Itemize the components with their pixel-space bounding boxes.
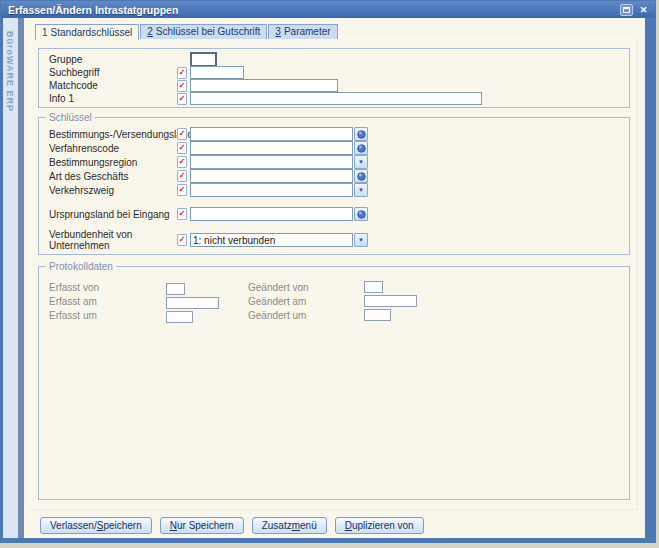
field-row: Matchcode ✓ bbox=[49, 79, 629, 92]
brand-vertical-label: BüroWARE ERP bbox=[5, 31, 15, 112]
bestimmungsland-input[interactable] bbox=[190, 127, 353, 141]
field-note-check-icon[interactable]: ✓ bbox=[177, 67, 187, 79]
brand-strip: BüroWARE ERP bbox=[3, 18, 18, 538]
protokolldaten-legend: Protokolldaten bbox=[46, 261, 116, 272]
erfasst-um-input[interactable] bbox=[166, 311, 193, 323]
tab-bar: 1Standardschlüssel 2Schlüssel bei Gutsch… bbox=[35, 24, 339, 39]
verbundenheit-select[interactable] bbox=[190, 233, 353, 247]
verbundenheit-label: Verbundenheit von Unternehmen bbox=[49, 229, 177, 251]
dialog-window: Erfassen/Ändern Intrastatgruppen ✕ BüroW… bbox=[0, 0, 656, 543]
schluessel-legend: Schlüssel bbox=[46, 112, 95, 123]
field-row: Bestimmungs-/Versendungsland ✓ bbox=[49, 127, 629, 141]
field-note-check-icon[interactable]: ✓ bbox=[177, 184, 187, 196]
field-note-check-icon[interactable]: ✓ bbox=[177, 170, 187, 182]
geaendert-um-label: Geändert um bbox=[248, 310, 364, 321]
field-row: Gruppe bbox=[49, 53, 629, 66]
art-des-geschaefts-lookup-button[interactable] bbox=[354, 169, 368, 183]
field-row: Info 1 ✓ bbox=[49, 92, 629, 105]
field-row: Verbundenheit von Unternehmen ✓ ▼ bbox=[49, 233, 629, 247]
schluessel-groupbox: Schlüssel Bestimmungs-/Versendungsland ✓… bbox=[38, 117, 630, 255]
suchbegriff-label: Suchbegriff bbox=[49, 67, 177, 78]
erfasst-um-label: Erfasst um bbox=[49, 310, 166, 321]
matchcode-input[interactable] bbox=[190, 79, 338, 92]
verbundenheit-dropdown-button[interactable]: ▼ bbox=[354, 233, 368, 247]
stammdaten-groupbox: Gruppe Suchbegriff ✓ Matchcode ✓ bbox=[38, 48, 630, 108]
lookup-globe-icon bbox=[357, 210, 366, 219]
field-note-check-icon[interactable]: ✓ bbox=[177, 142, 187, 154]
ursprungsland-input[interactable] bbox=[190, 207, 353, 221]
gruppe-input[interactable] bbox=[190, 52, 217, 67]
geaendert-um-input[interactable] bbox=[364, 309, 391, 321]
ursprungsland-label: Ursprungsland bei Eingang bbox=[49, 209, 177, 220]
tab-page: Gruppe Suchbegriff ✓ Matchcode ✓ bbox=[30, 38, 638, 510]
geaendert-von-label: Geändert von bbox=[248, 282, 364, 293]
ursprungsland-lookup-button[interactable] bbox=[354, 207, 368, 221]
verkehrszweig-input[interactable] bbox=[190, 183, 353, 197]
duplizieren-von-button[interactable]: Duplizieren von bbox=[335, 517, 424, 534]
field-row: Bestimmungsregion ✓ ▼ bbox=[49, 155, 629, 169]
info1-label: Info 1 bbox=[49, 93, 177, 104]
field-note-check-icon[interactable]: ✓ bbox=[177, 93, 187, 105]
close-icon: ✕ bbox=[640, 5, 648, 15]
matchcode-label: Matchcode bbox=[49, 80, 177, 91]
field-row: Verkehrszweig ✓ ▼ bbox=[49, 183, 629, 197]
field-note-check-icon[interactable]: ✓ bbox=[177, 128, 187, 140]
bestimmungsland-lookup-button[interactable] bbox=[354, 127, 368, 141]
action-button-row: Verlassen/Speichern Nur Speichern Zusatz… bbox=[40, 517, 424, 534]
field-row: Verfahrenscode ✓ bbox=[49, 141, 629, 155]
window-title: Erfassen/Ändern Intrastatgruppen bbox=[8, 4, 616, 16]
verfahrenscode-label: Verfahrenscode bbox=[49, 143, 177, 154]
field-row: Art des Geschäfts ✓ bbox=[49, 169, 629, 183]
zusatzmenue-button[interactable]: Zusatzmenü bbox=[252, 517, 327, 534]
bestimmungsregion-input[interactable] bbox=[190, 155, 353, 169]
verkehrszweig-dropdown-button[interactable]: ▼ bbox=[354, 183, 368, 197]
lookup-globe-icon bbox=[357, 144, 366, 153]
chevron-down-icon: ▼ bbox=[358, 159, 364, 165]
field-note-check-icon[interactable]: ✓ bbox=[177, 234, 187, 246]
field-note-check-icon[interactable]: ✓ bbox=[177, 208, 187, 220]
geaendert-von-input[interactable] bbox=[364, 281, 383, 293]
field-row: Suchbegriff ✓ bbox=[49, 66, 629, 79]
info1-input[interactable] bbox=[190, 92, 482, 105]
field-row: Ursprungsland bei Eingang ✓ bbox=[49, 207, 629, 221]
field-row: Erfasst von Geändert von bbox=[49, 280, 629, 294]
field-row: Erfasst am Geändert am bbox=[49, 294, 629, 308]
erfasst-am-label: Erfasst am bbox=[49, 296, 166, 307]
gruppe-label: Gruppe bbox=[49, 54, 177, 65]
chevron-down-icon: ▼ bbox=[358, 237, 364, 243]
art-des-geschaefts-input[interactable] bbox=[190, 169, 353, 183]
verlassen-speichern-button[interactable]: Verlassen/Speichern bbox=[40, 517, 152, 534]
window-restore-button[interactable] bbox=[620, 4, 633, 16]
tab-schluessel-bei-gutschrift[interactable]: 2Schlüssel bei Gutschrift bbox=[140, 24, 267, 39]
erfasst-von-label: Erfasst von bbox=[49, 282, 166, 293]
verfahrenscode-input[interactable] bbox=[190, 141, 353, 155]
nur-speichern-button[interactable]: Nur Speichern bbox=[160, 517, 244, 534]
field-note-check-icon[interactable]: ✓ bbox=[177, 156, 187, 168]
restore-icon bbox=[623, 7, 630, 13]
geaendert-am-input[interactable] bbox=[364, 295, 417, 307]
desktop-background: Erfassen/Ändern Intrastatgruppen ✕ BüroW… bbox=[0, 0, 659, 548]
suchbegriff-input[interactable] bbox=[190, 66, 244, 79]
dialog-content: 1Standardschlüssel 2Schlüssel bei Gutsch… bbox=[24, 18, 645, 538]
protokolldaten-groupbox: Protokolldaten Erfasst von Geändert von … bbox=[38, 266, 630, 500]
geaendert-am-label: Geändert am bbox=[248, 296, 364, 307]
verfahrenscode-lookup-button[interactable] bbox=[354, 141, 368, 155]
tab-parameter[interactable]: 3Parameter bbox=[268, 24, 337, 39]
title-bar: Erfassen/Ändern Intrastatgruppen ✕ bbox=[1, 1, 655, 18]
art-des-geschaefts-label: Art des Geschäfts bbox=[49, 171, 177, 182]
field-note-check-icon[interactable]: ✓ bbox=[177, 80, 187, 92]
verkehrszweig-label: Verkehrszweig bbox=[49, 185, 177, 196]
bestimmungsregion-dropdown-button[interactable]: ▼ bbox=[354, 155, 368, 169]
bestimmungsland-label: Bestimmungs-/Versendungsland bbox=[49, 129, 177, 140]
chevron-down-icon: ▼ bbox=[358, 187, 364, 193]
tab-standardschluessel[interactable]: 1Standardschlüssel bbox=[35, 24, 139, 40]
bestimmungsregion-label: Bestimmungsregion bbox=[49, 157, 177, 168]
lookup-globe-icon bbox=[357, 130, 366, 139]
window-close-button[interactable]: ✕ bbox=[637, 4, 650, 16]
field-row: Erfasst um Geändert um bbox=[49, 308, 629, 322]
lookup-globe-icon bbox=[357, 172, 366, 181]
